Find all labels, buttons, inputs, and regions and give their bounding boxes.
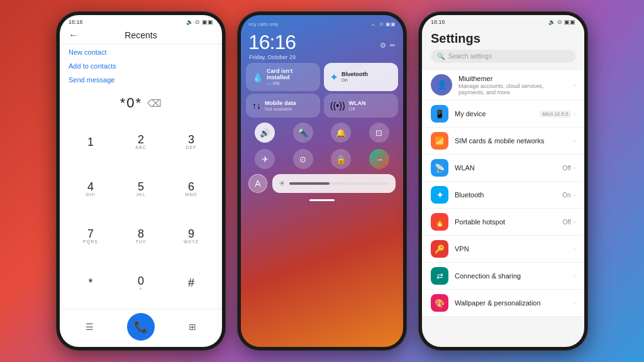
grid-icon[interactable]: ⊞ xyxy=(189,322,196,332)
status-icons-3: 🔉 ⊙ ▣▣ xyxy=(548,19,575,25)
wlan-settings-icon: 📡 xyxy=(431,159,448,177)
sim-icon: 📶 xyxy=(431,132,448,150)
cc-tile-wlan[interactable]: ((•)) WLAN Off xyxy=(324,94,398,118)
cc-status-bar: ncy calls only 🔉⊙▣▣ xyxy=(246,20,398,28)
bluetooth-name: Bluetooth xyxy=(455,191,556,199)
settings-item-wallpaper[interactable]: 🎨 Wallpaper & personalization › xyxy=(422,290,584,317)
bell-button[interactable]: 🔔 xyxy=(331,123,351,143)
cc-time-display: 16:16 xyxy=(248,31,296,53)
key-hash[interactable]: # xyxy=(167,260,216,306)
bluetooth-value: On xyxy=(562,192,570,199)
airplane-button[interactable]: ✈ xyxy=(255,149,275,169)
lock-button[interactable]: 🔒 xyxy=(331,149,351,169)
cc-quick-icons-row1: 🔊 🔦 🔔 ⊡ xyxy=(246,120,398,145)
mobile-data-icon: ↑↓ xyxy=(252,101,261,111)
brightness-icon: ☀ xyxy=(279,179,286,188)
wlan-value: Off xyxy=(563,165,571,172)
card-icon: 💧 xyxy=(252,72,263,82)
cc-notice: ncy calls only xyxy=(248,21,279,27)
settings-search-bar[interactable]: 🔍 Search settings xyxy=(431,50,575,63)
settings-icon[interactable]: ⚙ xyxy=(380,41,386,50)
back-button[interactable]: ← xyxy=(69,30,79,41)
mydevice-icon: 📱 xyxy=(431,105,448,123)
circle-button[interactable]: ⊙ xyxy=(293,149,313,169)
bluetooth-settings-icon: ✦ xyxy=(431,186,448,204)
cc-status-icons: 🔉⊙▣▣ xyxy=(371,21,396,27)
cc-tile-card[interactable]: 💧 Card isn't installed — MB xyxy=(246,63,320,91)
cc-bottom-row: A ☀ xyxy=(246,173,398,194)
contact-actions: New contact Add to contacts Send message xyxy=(60,45,222,87)
key-star[interactable]: * xyxy=(66,260,115,306)
cc-tiles-bottom: ↑↓ Mobile data Not available ((•)) WLAN … xyxy=(246,94,398,118)
navigate-button[interactable]: → xyxy=(369,149,389,169)
header-title: Recents xyxy=(125,30,157,40)
dialer-screen: 16:16 🔉 ⊙ ▣▣ ← Recents New contact Add t… xyxy=(60,15,222,347)
phone-2: ncy calls only 🔉⊙▣▣ 16:16 Friday, Octobe… xyxy=(237,11,407,351)
phone-3: 16:16 🔉 ⊙ ▣▣ Settings 🔍 Search settings xyxy=(418,11,588,351)
key-7[interactable]: 7PQRS xyxy=(66,213,115,259)
new-contact-link[interactable]: New contact xyxy=(69,48,213,56)
settings-item-sim[interactable]: 📶 SIM cards & mobile networks › xyxy=(422,128,584,155)
key-9[interactable]: 9WXYZ xyxy=(167,213,216,259)
hotspot-value: Off xyxy=(563,219,571,226)
flashlight-button[interactable]: 🔦 xyxy=(293,123,313,143)
key-1[interactable]: 1 xyxy=(66,119,115,165)
menu-icon[interactable]: ☰ xyxy=(86,322,94,332)
wallpaper-icon: 🎨 xyxy=(431,294,448,312)
brightness-fill xyxy=(289,182,330,185)
chevron-icon: › xyxy=(574,273,575,280)
settings-item-hotspot[interactable]: 🔥 Portable hotspot Off › xyxy=(422,209,584,236)
control-center-screen: ncy calls only 🔉⊙▣▣ 16:16 Friday, Octobe… xyxy=(241,15,403,347)
vpn-icon: 🔑 xyxy=(431,240,448,258)
cc-tile-mobile-data[interactable]: ↑↓ Mobile data Not available xyxy=(246,94,320,118)
key-3[interactable]: 3DEF xyxy=(167,119,216,165)
settings-item-vpn[interactable]: 🔑 VPN › xyxy=(422,236,584,263)
volume-button[interactable]: 🔊 xyxy=(255,123,275,143)
cc-action-icons: ⚙ ✏ xyxy=(380,41,396,50)
cc-time-row: 16:16 Friday, October 29 ⚙ ✏ xyxy=(246,31,398,60)
status-icons-1: 🔉 ⊙ ▣▣ xyxy=(186,19,213,25)
screenshot-button[interactable]: ⊡ xyxy=(369,123,389,143)
keypad: 1 2ABC 3DEF 4GHI 5JKL 6MNO 7PQRS 8TUV 9W… xyxy=(60,116,222,309)
brightness-control[interactable]: ☀ xyxy=(272,174,396,193)
status-time-3: 16:16 xyxy=(431,19,445,25)
chevron-icon: › xyxy=(574,192,575,199)
vpn-name: VPN xyxy=(455,245,567,253)
cc-avatar: A xyxy=(248,174,267,193)
send-message-link[interactable]: Send message xyxy=(69,76,213,84)
cc-date-display: Friday, October 29 xyxy=(248,54,296,60)
miuithemer-name: Miuithemer xyxy=(458,75,567,82)
settings-item-wlan[interactable]: 📡 WLAN Off › xyxy=(422,155,584,182)
settings-screen: 16:16 🔉 ⊙ ▣▣ Settings 🔍 Search settings xyxy=(422,15,584,347)
key-5[interactable]: 5JKL xyxy=(116,166,165,212)
miui-version-badge: MIUI 12.5.5 xyxy=(540,111,570,118)
cc-tile-bluetooth[interactable]: ✦ Bluetooth On xyxy=(324,63,398,91)
home-indicator xyxy=(309,199,335,201)
add-to-contacts-link[interactable]: Add to contacts xyxy=(69,62,213,70)
status-time-1: 16:16 xyxy=(69,19,83,25)
mydevice-name: My device xyxy=(455,110,533,118)
call-button[interactable]: 📞 xyxy=(127,313,155,341)
key-6[interactable]: 6MNO xyxy=(167,166,216,212)
wlan-icon: ((•)) xyxy=(330,101,345,111)
settings-item-bluetooth[interactable]: ✦ Bluetooth On › xyxy=(422,182,584,209)
key-0[interactable]: 0+ xyxy=(116,260,165,306)
chevron-icon: › xyxy=(574,300,575,307)
settings-item-connection-sharing[interactable]: ⇄ Connection & sharing › xyxy=(422,263,584,290)
settings-item-miuithemer[interactable]: 👤 Miuithemer Manage accounts, cloud serv… xyxy=(422,69,584,101)
phone-1: 16:16 🔉 ⊙ ▣▣ ← Recents New contact Add t… xyxy=(56,11,226,351)
wlan-name: WLAN xyxy=(455,164,557,172)
key-4[interactable]: 4GHI xyxy=(66,166,115,212)
key-2[interactable]: 2ABC xyxy=(116,119,165,165)
miuithemer-sub: Manage accounts, cloud services, payment… xyxy=(458,83,567,96)
settings-list: 👤 Miuithemer Manage accounts, cloud serv… xyxy=(422,67,584,347)
key-8[interactable]: 8TUV xyxy=(116,213,165,259)
dialer-display: *0* xyxy=(120,95,142,111)
search-icon: 🔍 xyxy=(437,53,445,60)
dialer-bottom-bar: ☰ 📞 ⊞ xyxy=(60,309,222,347)
edit-icon[interactable]: ✏ xyxy=(390,41,396,50)
search-placeholder: Search settings xyxy=(448,53,492,60)
status-bar-1: 16:16 🔉 ⊙ ▣▣ xyxy=(60,15,222,28)
settings-item-mydevice[interactable]: 📱 My device MIUI 12.5.5 › xyxy=(422,101,584,128)
delete-button[interactable]: ⌫ xyxy=(147,97,162,109)
